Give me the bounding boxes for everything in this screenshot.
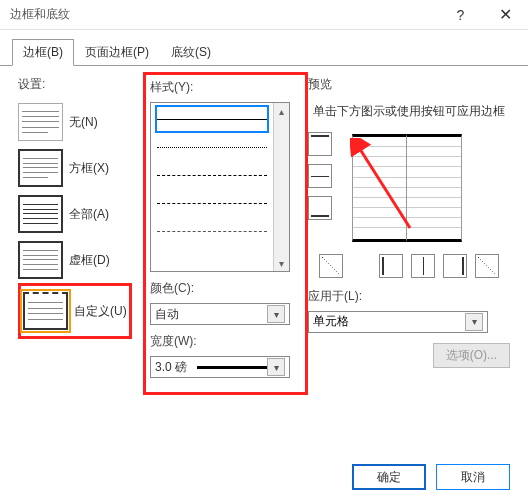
dialog-title: 边框和底纹 [10,6,438,23]
border-diag-button[interactable] [319,254,343,278]
tab-borders[interactable]: 边框(B) [12,39,74,66]
close-button[interactable]: ✕ [483,0,528,30]
border-right-button[interactable] [443,254,467,278]
apply-label: 应用于(L): [308,288,510,305]
style-option-dotted[interactable] [157,135,267,159]
setting-icon-grid[interactable] [18,241,63,279]
setting-icon-all[interactable] [18,195,63,233]
apply-dropdown[interactable]: 单元格 ▾ [308,311,488,333]
width-value: 3.0 磅 [155,359,267,376]
setting-label-none: 无(N) [69,114,98,131]
color-label: 颜色(C): [150,280,301,297]
style-scrollbar[interactable]: ▴▾ [273,103,289,271]
border-bottom-button[interactable] [308,196,332,220]
tab-shading[interactable]: 底纹(S) [160,39,222,66]
width-dropdown[interactable]: 3.0 磅 ▾ [150,356,290,378]
preview-hint: 单击下方图示或使用按钮可应用边框 [308,99,510,128]
style-listbox[interactable]: ▴▾ [150,102,290,272]
cancel-button[interactable]: 取消 [436,464,510,490]
setting-icon-custom[interactable] [23,292,68,330]
color-value: 自动 [155,306,267,323]
settings-label: 设置: [18,76,143,93]
style-option-dashed-fine[interactable] [157,163,267,187]
setting-icon-none[interactable] [18,103,63,141]
width-label: 宽度(W): [150,333,301,350]
ok-button[interactable]: 确定 [352,464,426,490]
help-button[interactable]: ? [438,0,483,30]
preview-label: 预览 [308,76,510,93]
apply-value: 单元格 [313,313,465,330]
border-diag2-button[interactable] [475,254,499,278]
style-option-dashed[interactable] [157,191,267,215]
tab-row: 边框(B) 页面边框(P) 底纹(S) [0,30,528,66]
preview-box[interactable] [342,128,472,248]
options-button[interactable]: 选项(O)... [433,343,510,368]
style-option-dashdot[interactable] [157,219,267,243]
dropdown-caret-icon: ▾ [465,313,483,331]
color-dropdown[interactable]: 自动 ▾ [150,303,290,325]
border-left-button[interactable] [379,254,403,278]
setting-label-grid: 虚框(D) [69,252,110,269]
style-option-solid[interactable] [157,107,267,131]
border-mid-v-button[interactable] [411,254,435,278]
style-label: 样式(Y): [150,79,301,96]
title-bar: 边框和底纹 ? ✕ [0,0,528,30]
dropdown-caret-icon: ▾ [267,305,285,323]
border-mid-h-button[interactable] [308,164,332,188]
border-top-button[interactable] [308,132,332,156]
dropdown-caret-icon: ▾ [267,358,285,376]
tab-page-borders[interactable]: 页面边框(P) [74,39,160,66]
setting-icon-box[interactable] [18,149,63,187]
setting-label-custom: 自定义(U) [74,303,127,320]
setting-label-all: 全部(A) [69,206,109,223]
setting-label-box: 方框(X) [69,160,109,177]
